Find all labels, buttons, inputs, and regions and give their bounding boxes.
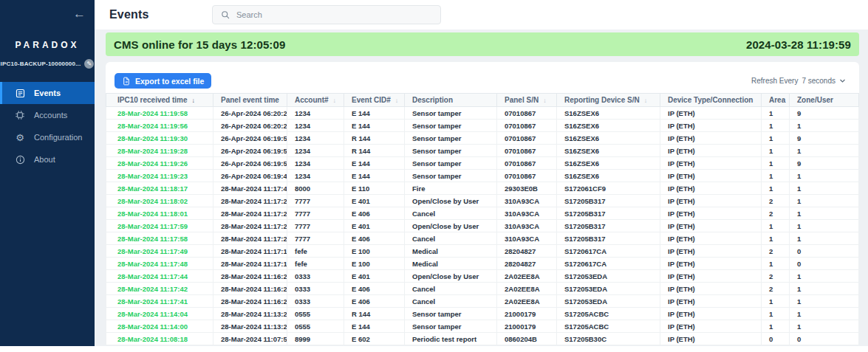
table-cell: Open/Close by User: [405, 220, 497, 232]
table-cell: Sensor tamper: [405, 170, 497, 182]
table-cell: 28-Mar-2024 11:19:58: [106, 107, 213, 120]
table-cell: Sensor tamper: [405, 308, 497, 320]
table-cell: S17205ACBC: [557, 308, 660, 320]
table-cell: 1: [790, 195, 859, 207]
table-cell: S16ZSEX6: [557, 120, 660, 132]
column-header-account-[interactable]: Account#↓: [287, 94, 344, 107]
export-excel-button[interactable]: Export to excel file: [115, 73, 211, 89]
table-cell: Sensor tamper: [405, 145, 497, 157]
table-cell: IP (ETH): [660, 320, 762, 333]
table-toolbar: Export to excel file Refresh Every 7 sec…: [106, 73, 859, 89]
table-cell: Sensor tamper: [405, 120, 497, 132]
table-row[interactable]: 28-Mar-2024 11:19:5626-Apr-2024 06:20:22…: [106, 120, 859, 132]
bottom-strip: [0, 346, 868, 352]
sidebar-collapse-button[interactable]: ←: [73, 7, 86, 20]
search-icon: [221, 10, 230, 19]
table-cell: E 144: [344, 107, 405, 120]
sort-icon[interactable]: ↓: [395, 97, 399, 104]
table-row[interactable]: 28-Mar-2024 11:14:0428-Mar-2024 11:13:23…: [106, 308, 859, 320]
table-row[interactable]: 28-Mar-2024 11:17:5828-Mar-2024 11:17:24…: [106, 232, 859, 245]
sort-icon[interactable]: ↓: [333, 97, 337, 104]
table-cell: E 401: [344, 220, 405, 232]
table-cell: E 144: [344, 320, 405, 333]
table-cell: 07010867: [497, 145, 557, 157]
sidebar-item-events[interactable]: Events: [0, 82, 95, 104]
back-arrow-icon: ←: [73, 7, 86, 21]
edit-device-button[interactable]: ✎: [84, 59, 94, 69]
table-cell: 7777: [287, 195, 344, 207]
table-row[interactable]: 28-Mar-2024 11:17:4828-Mar-2024 11:17:12…: [106, 258, 859, 270]
table-row[interactable]: 28-Mar-2024 11:08:1828-Mar-2024 11:07:57…: [106, 333, 859, 345]
search-placeholder: Search: [236, 10, 262, 19]
table-cell: Sensor tamper: [405, 107, 497, 120]
column-header-ipc10-received-time[interactable]: IPC10 received time↓: [106, 94, 213, 107]
table-cell: 28-Mar-2024 11:13:23: [213, 308, 287, 320]
table-header: IPC10 received time↓Panel event timeAcco…: [106, 94, 859, 107]
table-cell: 1: [790, 232, 859, 245]
table-row[interactable]: 28-Mar-2024 11:17:4928-Mar-2024 11:17:13…: [106, 245, 859, 258]
about-icon: [15, 154, 25, 165]
table-cell: 2: [762, 207, 790, 220]
column-header-event-cid-[interactable]: Event CID#↓: [344, 94, 405, 107]
table-cell: 28-Mar-2024 11:17:59: [106, 220, 213, 232]
column-header-zone-user: Zone/User: [790, 94, 859, 107]
table-row[interactable]: 28-Mar-2024 11:18:1728-Mar-2024 11:17:42…: [106, 182, 859, 195]
sort-icon[interactable]: ↓: [192, 97, 196, 104]
table-cell: 2: [762, 270, 790, 283]
table-cell: 28-Mar-2024 11:18:02: [106, 195, 213, 207]
column-header-panel-s-n[interactable]: Panel S/N↓: [497, 94, 557, 107]
table-cell: 1: [790, 145, 859, 157]
sidebar-item-accounts[interactable]: Accounts: [0, 104, 95, 126]
refresh-interval-dropdown[interactable]: Refresh Every 7 seconds: [751, 77, 846, 85]
table-row[interactable]: 28-Mar-2024 11:17:5928-Mar-2024 11:17:25…: [106, 220, 859, 232]
sort-icon[interactable]: ↓: [543, 97, 547, 104]
table-cell: 28-Mar-2024 11:17:26: [213, 207, 287, 220]
table-cell: 1: [762, 107, 790, 120]
sidebar-item-about[interactable]: About: [0, 148, 95, 170]
table-cell: Sensor tamper: [405, 157, 497, 170]
table-row[interactable]: 28-Mar-2024 11:18:0128-Mar-2024 11:17:26…: [106, 207, 859, 220]
search-input[interactable]: Search: [212, 5, 441, 24]
sidebar-item-configuration[interactable]: ⚙ Configuration: [0, 126, 95, 148]
table-row[interactable]: 28-Mar-2024 11:17:4428-Mar-2024 11:16:24…: [106, 270, 859, 283]
table-cell: 28-Mar-2024 11:08:18: [106, 333, 213, 345]
table-row[interactable]: 28-Mar-2024 11:19:3026-Apr-2024 06:19:55…: [106, 132, 859, 145]
table-row[interactable]: 28-Mar-2024 11:14:0028-Mar-2024 11:13:20…: [106, 320, 859, 333]
table-cell: 1: [790, 320, 859, 333]
table-cell: S1720617CA: [557, 245, 660, 258]
table-cell: Cancel: [405, 283, 497, 295]
table-row[interactable]: 28-Mar-2024 11:19:5826-Apr-2024 06:20:23…: [106, 107, 859, 120]
table-cell: IP (ETH): [660, 283, 762, 295]
table-cell: 1234: [287, 107, 344, 120]
column-header-reporting-device-s-n[interactable]: Reporting Device S/N↓: [557, 94, 660, 107]
table-cell: 1: [790, 182, 859, 195]
table-cell: Medical: [405, 245, 497, 258]
table-row[interactable]: 28-Mar-2024 11:17:4128-Mar-2024 11:16:21…: [106, 295, 859, 308]
sidebar-item-label: Accounts: [34, 111, 67, 120]
table-cell: E 144: [344, 120, 405, 132]
sort-icon[interactable]: ↓: [644, 97, 648, 104]
table-cell: S16ZSEX6: [557, 107, 660, 120]
table-cell: IP (ETH): [660, 308, 762, 320]
current-timestamp: 2024-03-28 11:19:59: [746, 38, 851, 51]
table-cell: IP (ETH): [660, 270, 762, 283]
page-title: Events: [109, 8, 198, 21]
table-cell: 1: [762, 308, 790, 320]
table-row[interactable]: 28-Mar-2024 11:18:0228-Mar-2024 11:17:27…: [106, 195, 859, 207]
table-cell: 28-Mar-2024 11:17:44: [106, 270, 213, 283]
table-cell: S172053EDA: [557, 295, 660, 308]
table-cell: Open/Close by User: [405, 195, 497, 207]
table-row[interactable]: 28-Mar-2024 11:19:2826-Apr-2024 06:19:53…: [106, 145, 859, 157]
sidebar-menu: Events Accounts⚙ Configuration About: [0, 82, 95, 170]
table-row[interactable]: 28-Mar-2024 11:17:4228-Mar-2024 11:16:23…: [106, 283, 859, 295]
table-row[interactable]: 28-Mar-2024 11:19:2626-Apr-2024 06:19:51…: [106, 157, 859, 170]
table-cell: E 100: [344, 245, 405, 258]
table-cell: 21000179: [497, 320, 557, 333]
table-cell: 28-Mar-2024 11:17:12: [213, 258, 287, 270]
table-row[interactable]: 28-Mar-2024 11:19:2326-Apr-2024 06:19:48…: [106, 170, 859, 182]
table-cell: S172053EDA: [557, 270, 660, 283]
table-cell: 0555: [287, 320, 344, 333]
refresh-value: 7 seconds: [802, 77, 835, 85]
table-cell: 310A93CA: [497, 207, 557, 220]
table-cell: IP (ETH): [660, 195, 762, 207]
